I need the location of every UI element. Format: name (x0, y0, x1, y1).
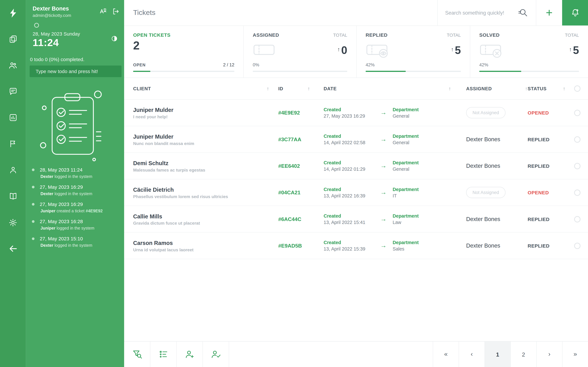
main-panel: Tickets + OPEN TICKETS 2 OPEN 2 / 12 (124, 0, 588, 367)
total-label: TOTAL (333, 33, 347, 38)
search-input[interactable] (445, 10, 513, 16)
sidebar-item-profile[interactable] (0, 157, 26, 183)
table-row[interactable]: Demi Schultz Malesuada fames ac turpis e… (124, 153, 588, 179)
stat-card-solved[interactable]: SOLVED TOTAL ↑5 42% (470, 26, 588, 77)
activity-item: 27, May 2023 15:10 Dexter logged in the … (30, 236, 122, 248)
created-date: 14, April 2022 02:58 (324, 140, 380, 145)
arrow-right-icon: → (380, 215, 393, 223)
bullet-icon (32, 220, 35, 223)
theme-toggle[interactable] (111, 35, 118, 43)
select-all-circle[interactable] (574, 85, 580, 92)
new-todo-input[interactable] (30, 66, 121, 77)
ticket-id-link[interactable]: #3C77AA (278, 136, 301, 142)
notifications-button[interactable] (562, 0, 588, 25)
sort-icon[interactable]: ↑ (449, 86, 451, 91)
assigned-cell: Dexter Bones (466, 242, 528, 249)
sort-icon[interactable]: ↑ (525, 86, 528, 91)
stat-card-assigned[interactable]: ASSIGNED TOTAL ↑0 0% (243, 26, 356, 77)
todo-summary: 0 todo 0 (0%) completed. (30, 57, 85, 62)
ticket-id-link[interactable]: #E9AD5B (278, 243, 302, 249)
sidebar-item-chat[interactable] (0, 78, 26, 105)
sort-icon[interactable]: ↑ (267, 86, 269, 91)
open-ticket-count: 2 (133, 40, 234, 51)
row-select-circle[interactable] (574, 163, 580, 169)
row-select-circle[interactable] (574, 110, 580, 116)
table-body: Juniper Mulder I need your help! #4E9E92… (124, 100, 588, 259)
table-row[interactable]: Juniper Mulder I need your help! #4E9E92… (124, 100, 588, 126)
created-date: 13, April 2022 16:39 (324, 193, 380, 198)
footer-toolbar: « ‹ 1 2 › » (124, 341, 588, 367)
row-select-circle[interactable] (574, 189, 580, 196)
bullet-icon (32, 237, 35, 240)
search-box[interactable] (437, 0, 536, 25)
translate-icon (99, 8, 107, 15)
list-view-button[interactable] (150, 342, 177, 367)
activity-list: 28, May 2023 11:24 Dexter logged in the … (30, 167, 122, 253)
column-date: DATE (324, 86, 337, 91)
ticket-id-link[interactable]: #4E9E92 (278, 110, 300, 116)
open-label: OPEN (133, 63, 146, 67)
stat-title: ASSIGNED (253, 32, 279, 38)
table-row[interactable]: Carson Ramos Urna id volutpat lacus laor… (124, 233, 588, 259)
status-badge: REPLIED (528, 217, 550, 222)
activity-date: 28, May 2023 11:24 (40, 167, 122, 173)
add-user-icon (184, 349, 195, 359)
app-root: Dexter Bones admin@tickotty.com 28, May … (0, 0, 588, 367)
current-time: 11:24 (33, 37, 59, 49)
assign-user-icon (210, 349, 221, 359)
sidebar-item-stats[interactable] (0, 105, 26, 131)
ticket-id-link[interactable]: #04CA21 (278, 190, 300, 196)
row-select-circle[interactable] (574, 242, 580, 249)
table-row[interactable]: Cäcilie Dietrich Phasellus vestibulum lo… (124, 179, 588, 206)
row-select-circle[interactable] (574, 216, 580, 222)
table-header: CLIENT↑ ID↑ DATE↑ ASSIGNED↑ STATUS↑ (124, 78, 588, 100)
pagination-next-button[interactable]: › (536, 342, 562, 367)
pagination-first-button[interactable]: « (433, 342, 459, 367)
sidebar-item-team[interactable] (0, 52, 26, 78)
ticket-id-link[interactable]: #EE6402 (278, 163, 300, 169)
sidebar-item-settings[interactable] (0, 209, 26, 236)
assigned-cell: Not Assigned (466, 187, 528, 198)
translate-button[interactable] (99, 8, 107, 17)
logout-button[interactable] (112, 8, 120, 17)
assign-user-button[interactable] (203, 342, 229, 367)
solved-percent: 42% (479, 62, 579, 67)
pagination-page-2[interactable]: 2 (510, 342, 536, 367)
app-logo[interactable] (0, 0, 26, 26)
department-label: Department (393, 213, 466, 218)
sort-icon[interactable]: ↑ (563, 86, 565, 91)
stats-row: OPEN TICKETS 2 OPEN 2 / 12 ASSIGNED TOTA… (124, 26, 588, 78)
pagination-prev-button[interactable]: ‹ (458, 342, 484, 367)
assigned-count: 0 (341, 45, 347, 56)
pagination-page-1[interactable]: 1 (484, 342, 510, 367)
ticket-link[interactable]: #4E9E92 (86, 209, 103, 213)
collapse-sidebar-button[interactable] (0, 236, 26, 262)
ticket-subject: Nunc non blandit massa enim (133, 141, 269, 145)
ticket-id-link[interactable]: #6AC44C (278, 216, 301, 222)
assigned-cell: Dexter Bones (466, 216, 528, 223)
row-select-circle[interactable] (574, 136, 580, 142)
sidebar-item-notes[interactable] (0, 26, 26, 52)
decorative-circle (34, 23, 39, 28)
logout-icon (112, 8, 120, 15)
sort-icon[interactable]: ↑ (308, 86, 310, 91)
assigned-cell: Not Assigned (466, 107, 528, 118)
stat-card-open-tickets[interactable]: OPEN TICKETS 2 OPEN 2 / 12 (124, 26, 243, 77)
table-row[interactable]: Callie Mills Gravida dictum fusce ut pla… (124, 206, 588, 233)
add-client-button[interactable] (177, 342, 203, 367)
stat-card-replied[interactable]: REPLIED TOTAL ↑5 42% (356, 26, 470, 77)
sidebar-item-flags[interactable] (0, 131, 26, 157)
chat-icon (9, 87, 17, 96)
client-name: Juniper Mulder (133, 133, 269, 140)
created-date: 27, May 2023 16:29 (324, 113, 380, 118)
created-label: Created (324, 107, 380, 112)
client-name: Juniper Mulder (133, 107, 269, 113)
bullet-icon (32, 203, 35, 206)
table-row[interactable]: Juniper Mulder Nunc non blandit massa en… (124, 126, 588, 153)
replied-count: 5 (455, 45, 461, 56)
filter-tickets-button[interactable] (124, 342, 150, 367)
ticket-subject: I need your help! (133, 114, 269, 119)
pagination-last-button[interactable]: » (562, 342, 588, 367)
add-ticket-button[interactable]: + (536, 0, 562, 25)
sidebar-item-docs[interactable] (0, 183, 26, 209)
